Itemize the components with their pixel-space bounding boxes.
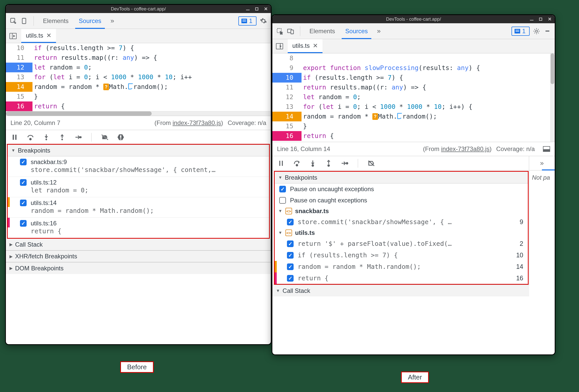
gutter-line-conditional[interactable]: ?14 <box>272 112 298 121</box>
breakpoint-checkbox[interactable] <box>20 159 27 165</box>
checkbox[interactable] <box>287 275 294 282</box>
gutter-line[interactable]: 11 <box>272 83 298 92</box>
step-into-button[interactable] <box>309 159 317 167</box>
close-tab-icon[interactable]: ✕ <box>46 32 51 39</box>
breakpoint-item[interactable]: return '$' + parseFloat(value).toFixed(…… <box>275 238 528 249</box>
breakpoint-checkbox[interactable] <box>20 179 27 186</box>
messages-badge[interactable]: 1 <box>511 27 530 36</box>
maximize-icon[interactable] <box>255 7 258 10</box>
gutter-line-breakpoint[interactable]: 10 <box>272 73 298 83</box>
horizontal-scrollbar[interactable] <box>6 111 271 116</box>
sidebar-more-tabs[interactable]: » <box>529 156 555 170</box>
gutter-line[interactable]: 10 <box>6 43 29 53</box>
checkbox[interactable] <box>279 197 286 204</box>
file-tab-label: utils.ts <box>292 42 310 49</box>
main-toolbar: Elements Sources » 1 <box>272 23 555 39</box>
deactivate-breakpoints-button[interactable] <box>367 159 375 167</box>
callstack-header[interactable]: Call Stack <box>6 239 271 250</box>
xhr-breakpoints-header[interactable]: XHR/fetch Breakpoints <box>6 250 271 262</box>
step-button[interactable] <box>74 133 82 141</box>
gutter-line[interactable]: 15 <box>272 121 298 131</box>
navigator-toggle-icon[interactable] <box>9 33 17 39</box>
step-button[interactable] <box>340 159 349 167</box>
pause-exceptions-button[interactable] <box>117 133 125 141</box>
messages-badge[interactable]: 1 <box>238 16 257 26</box>
breakpoint-item[interactable]: random = random * Math.random(); 14 <box>275 261 528 272</box>
close-tab-icon[interactable]: ✕ <box>313 42 318 49</box>
close-icon[interactable]: ✕ <box>548 16 552 22</box>
gutter-line[interactable]: 9 <box>272 63 298 73</box>
breakpoint-entry[interactable]: utils.ts:14 random = random * Math.rando… <box>8 197 269 217</box>
maximize-icon[interactable] <box>539 18 542 21</box>
source-link[interactable]: index-73f73a80.js <box>173 119 221 126</box>
breakpoint-item[interactable]: return { 16 <box>275 272 528 284</box>
device-icon[interactable] <box>20 17 28 25</box>
gutter-line[interactable]: 12 <box>272 92 298 102</box>
gutter-line[interactable]: 13 <box>6 72 29 82</box>
dock-icon[interactable] <box>543 146 550 152</box>
step-out-button[interactable] <box>325 159 333 167</box>
svg-rect-3 <box>15 135 17 140</box>
dom-breakpoints-header[interactable]: DOM Breakpoints <box>6 262 271 274</box>
breakpoints-header[interactable]: Breakpoints <box>8 145 269 156</box>
inspect-icon[interactable] <box>9 17 17 25</box>
settings-icon[interactable] <box>533 27 540 35</box>
gutter-line[interactable]: 13 <box>272 102 298 112</box>
breakpoint-checkbox[interactable] <box>20 200 27 206</box>
pause-button[interactable] <box>277 159 285 167</box>
code-editor[interactable]: 10 11 12 13 ?14 15 ‥16 if (results.lengt… <box>6 43 271 116</box>
pause-caught-row[interactable]: Pause on caught exceptions <box>275 195 528 206</box>
tab-elements[interactable]: Elements <box>306 23 339 39</box>
checkbox[interactable] <box>287 252 294 259</box>
tab-sources[interactable]: Sources <box>342 23 371 39</box>
checkbox[interactable] <box>287 240 294 247</box>
gutter-line[interactable]: 15 <box>6 92 29 101</box>
breakpoint-entry[interactable]: utils.ts:12 let random = 0; <box>8 177 269 197</box>
tab-sources[interactable]: Sources <box>75 13 105 29</box>
breakpoint-entry[interactable]: snackbar.ts:9 store.commit('snackbar/sho… <box>8 156 269 177</box>
gutter-line-conditional[interactable]: ?14 <box>6 82 29 92</box>
file-tab[interactable]: utils.ts ✕ <box>21 29 56 43</box>
device-icon[interactable] <box>287 27 294 35</box>
code-editor[interactable]: 8 9 10 11 12 13 ?14 15 ‥16 export functi… <box>272 53 555 142</box>
breakpoint-item[interactable]: if (results.length >= 7) { 10 <box>275 249 528 261</box>
file-group[interactable]: <> utils.ts <box>275 228 528 238</box>
inspect-icon[interactable] <box>276 27 284 35</box>
file-name: snackbar.ts <box>295 207 329 215</box>
settings-icon[interactable] <box>260 17 267 25</box>
more-tabs-icon[interactable]: » <box>108 17 117 25</box>
close-icon[interactable]: ✕ <box>264 6 268 12</box>
navigator-toggle-icon[interactable] <box>276 43 283 49</box>
file-group[interactable]: <> snackbar.ts <box>275 206 528 216</box>
callstack-header[interactable]: Call Stack <box>272 285 529 296</box>
checkbox[interactable] <box>279 186 286 192</box>
step-over-button[interactable] <box>26 133 35 141</box>
breakpoint-item[interactable]: store.commit('snackbar/showMessage', { …… <box>275 216 528 228</box>
source-link[interactable]: index-73f73a80.js <box>441 145 489 152</box>
step-over-button[interactable] <box>293 159 301 167</box>
minimize-icon[interactable] <box>246 10 250 10</box>
gutter-line-logpoint[interactable]: ‥16 <box>272 131 298 141</box>
step-into-button[interactable] <box>42 133 50 141</box>
gutter-line[interactable]: 8 <box>272 53 298 63</box>
step-out-button[interactable] <box>58 133 66 141</box>
gutter-line-breakpoint[interactable]: 12 <box>6 63 29 72</box>
gutter-line[interactable]: 11 <box>6 53 29 63</box>
more-tabs-icon[interactable]: » <box>374 27 383 35</box>
breakpoint-checkbox[interactable] <box>20 220 27 227</box>
checkbox[interactable] <box>287 263 294 270</box>
vertical-scrollbar[interactable] <box>550 53 555 142</box>
gutter-line-logpoint[interactable]: ‥16 <box>6 101 29 111</box>
window-controls: ✕ <box>530 15 552 23</box>
tab-elements[interactable]: Elements <box>39 13 72 29</box>
pause-button[interactable] <box>10 133 19 141</box>
checkbox[interactable] <box>287 219 294 225</box>
breakpoints-header[interactable]: Breakpoints <box>275 172 528 183</box>
breakpoint-lineno: 14 <box>512 263 523 270</box>
pause-uncaught-row[interactable]: Pause on uncaught exceptions <box>275 183 528 195</box>
file-tab[interactable]: utils.ts ✕ <box>288 39 322 53</box>
minimize-icon[interactable] <box>530 20 533 20</box>
deactivate-breakpoints-button[interactable] <box>101 133 109 141</box>
breakpoint-entry[interactable]: utils.ts:16 return { <box>8 217 269 238</box>
more-icon[interactable] <box>543 27 551 35</box>
